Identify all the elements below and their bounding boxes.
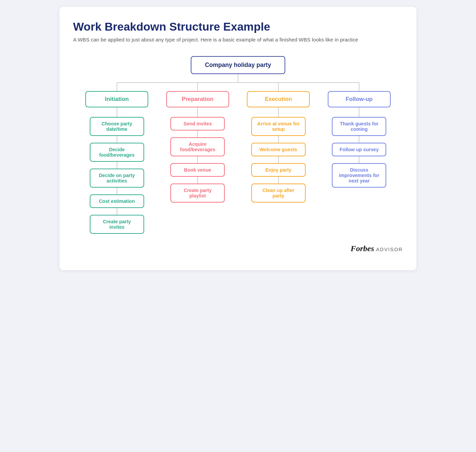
child-node-followup-1: Follow up survey: [332, 143, 386, 156]
child-gap: [117, 136, 117, 143]
cat-node-preparation: Preparation: [166, 91, 229, 107]
wbs-diagram: Company holiday party InitiationChoose p…: [73, 56, 403, 234]
vert-line: [117, 107, 117, 117]
child-node-followup-2: Discuss improvements for next year: [332, 163, 386, 188]
child-node-execution-2: Enjoy party: [251, 163, 306, 177]
advisor-text: ADVISOR: [376, 247, 403, 252]
child-node-preparation-3: Create party playlist: [170, 184, 225, 203]
child-node-execution-1: Welcome guests: [251, 143, 306, 156]
child-node-preparation-0: Send invites: [170, 117, 225, 131]
page-title: Work Breakdown Structure Example: [73, 20, 403, 33]
child-gap: [197, 131, 198, 137]
root-row: Company holiday party: [73, 56, 403, 74]
connector-spacer: [73, 74, 403, 91]
child-node-initiation-0: Choose party date/time: [90, 117, 144, 136]
page-subtitle: A WBS can be applied to just about any t…: [73, 37, 403, 42]
child-node-initiation-1: Decide food/beverages: [90, 143, 144, 162]
root-node: Company holiday party: [191, 56, 286, 74]
child-gap: [117, 208, 117, 215]
forbes-brand: Forbes: [351, 244, 374, 253]
vert-line: [197, 107, 198, 117]
child-gap: [359, 156, 359, 163]
child-gap: [278, 136, 279, 143]
child-node-preparation-1: Acquire food/beverages: [170, 137, 225, 156]
children-initiation: Choose party date/timeDecide food/bevera…: [85, 107, 148, 234]
child-node-preparation-2: Book venue: [170, 163, 225, 177]
child-gap: [197, 156, 198, 163]
level1-row: InitiationChoose party date/timeDecide f…: [73, 91, 403, 234]
child-node-execution-3: Clean up after party: [251, 184, 306, 203]
cat-node-followup: Follow-up: [328, 91, 391, 107]
child-gap: [359, 136, 359, 143]
column-initiation: InitiationChoose party date/timeDecide f…: [76, 91, 157, 234]
child-gap: [278, 177, 279, 184]
children-followup: Thank guests for comingFollow up surveyD…: [328, 107, 391, 188]
vert-line: [359, 107, 359, 117]
child-node-execution-0: Arrive at venue for setup: [251, 117, 306, 136]
forbes-footer: Forbes ADVISOR: [73, 244, 403, 253]
children-execution: Arrive at venue for setupWelcome guestsE…: [247, 107, 310, 203]
child-gap: [117, 188, 117, 194]
child-node-initiation-4: Create party invites: [90, 215, 144, 234]
child-gap: [197, 177, 198, 184]
cat-node-initiation: Initiation: [85, 91, 148, 107]
children-preparation: Send invitesAcquire food/beveragesBook v…: [166, 107, 229, 203]
vert-line: [278, 107, 279, 117]
cat-node-execution: Execution: [247, 91, 310, 107]
column-execution: ExecutionArrive at venue for setupWelcom…: [238, 91, 319, 203]
child-node-followup-0: Thank guests for coming: [332, 117, 386, 136]
child-node-initiation-2: Decide on party activities: [90, 169, 144, 188]
child-node-initiation-3: Cost estimation: [90, 194, 144, 208]
child-gap: [117, 162, 117, 169]
child-gap: [278, 156, 279, 163]
column-preparation: PreparationSend invitesAcquire food/beve…: [157, 91, 238, 203]
column-followup: Follow-upThank guests for comingFollow u…: [319, 91, 400, 188]
page-container: Work Breakdown Structure Example A WBS c…: [60, 7, 417, 270]
